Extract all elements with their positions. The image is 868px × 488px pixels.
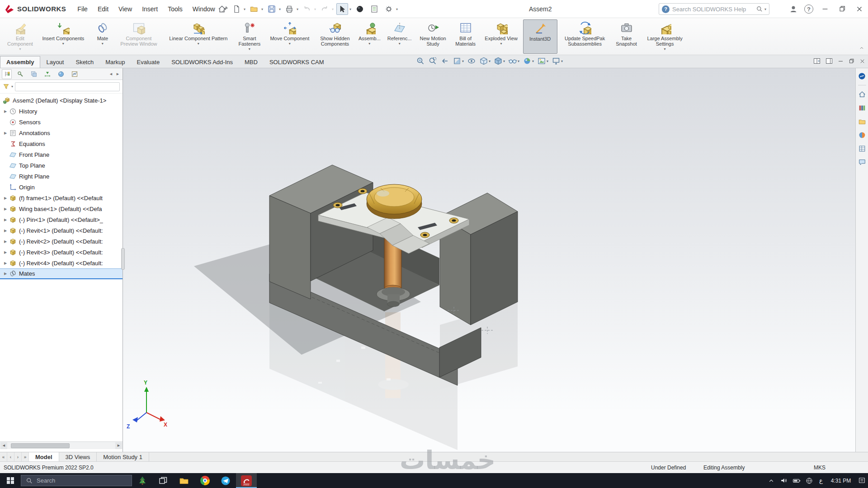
expand-arrow-icon[interactable]: ▶	[2, 109, 9, 113]
expand-arrow-icon[interactable]: ▶	[2, 261, 9, 265]
expand-arrow-icon[interactable]: ▶	[2, 196, 9, 200]
battery-icon[interactable]	[790, 473, 803, 488]
custom-properties-icon[interactable]	[858, 158, 867, 167]
expand-arrow-icon[interactable]: ▶	[2, 207, 9, 211]
view-palette-icon[interactable]	[858, 131, 867, 140]
panel-splitter-handle[interactable]	[121, 248, 125, 270]
tab-evaluate[interactable]: Evaluate	[131, 56, 166, 68]
volume-icon[interactable]	[778, 473, 790, 488]
tab-motion-study-1[interactable]: Motion Study 1	[97, 452, 149, 461]
tree-item-origin[interactable]: Origin	[0, 182, 123, 192]
cam-feature-tree-tab-icon[interactable]	[70, 69, 80, 79]
dropdown-caret-icon[interactable]: ▾	[399, 42, 401, 46]
tree-item-equations[interactable]: Equations	[0, 138, 123, 149]
tree-item-history[interactable]: ▶ History	[0, 106, 123, 117]
menu-edit[interactable]: Edit	[94, 4, 113, 14]
component-preview-window-button[interactable]: ComponentPreview Window	[116, 19, 162, 54]
tab-solidworks-addins[interactable]: SOLIDWORKS Add-Ins	[165, 56, 239, 68]
edit-component-button[interactable]: EditComponent▾	[5, 19, 36, 54]
menu-file[interactable]: File	[73, 4, 92, 14]
expand-arrow-icon[interactable]: ▶	[2, 239, 9, 244]
expand-arrow-icon[interactable]: ▶	[2, 272, 9, 276]
new-motion-study-button[interactable]: New MotionStudy	[416, 19, 450, 54]
task-view-icon[interactable]	[153, 473, 174, 488]
language-indicator[interactable]: ع	[816, 477, 826, 484]
edit-appearance-icon[interactable]: ▾	[523, 56, 534, 66]
show-hidden-components-button[interactable]: Show HiddenComponents	[316, 19, 354, 54]
undo-icon[interactable]	[301, 3, 313, 15]
next-tab-icon[interactable]: ›	[14, 452, 22, 461]
open-document-icon[interactable]	[248, 3, 260, 15]
configurationmanager-tab-icon[interactable]	[29, 69, 39, 79]
bill-of-materials-button[interactable]: Bill ofMaterials	[452, 19, 480, 54]
menu-view[interactable]: View	[114, 4, 136, 14]
network-globe-icon[interactable]	[803, 473, 816, 488]
action-center-icon[interactable]	[855, 473, 868, 488]
expand-arrow-icon[interactable]: ▶	[2, 131, 9, 135]
scrollbar-thumb[interactable]	[11, 443, 70, 448]
dropdown-caret-icon[interactable]: ▾	[249, 47, 250, 51]
dropdown-caret-icon[interactable]: ▾	[198, 42, 199, 46]
split-pane-icon[interactable]	[813, 57, 821, 65]
menu-tools[interactable]: Tools	[164, 4, 187, 14]
print-icon[interactable]	[283, 3, 295, 15]
menu-window[interactable]: Window	[189, 4, 219, 14]
menu-insert[interactable]: Insert	[138, 4, 162, 14]
appearance-sphere-icon[interactable]	[354, 3, 366, 15]
tree-item-wing-base[interactable]: ▶ Wing base<1> (Default) <<Defa	[0, 203, 123, 214]
section-view-icon[interactable]: ▾	[453, 56, 464, 66]
account-icon[interactable]	[786, 0, 801, 18]
assembly-features-button[interactable]: Assemb...▾	[356, 19, 383, 54]
dimxpertmanager-tab-icon[interactable]	[42, 69, 52, 79]
dropdown-caret-icon[interactable]: ▾	[664, 47, 666, 51]
help-search-box[interactable]: ? ▾	[659, 3, 769, 15]
manager-tabs-scroll-left-icon[interactable]: ◀	[108, 72, 114, 76]
tab-layout[interactable]: Layout	[40, 56, 70, 68]
scroll-right-icon[interactable]: ▶	[115, 442, 122, 449]
file-explorer-icon[interactable]	[174, 473, 194, 488]
dropdown-caret-icon[interactable]: ▾	[102, 42, 104, 46]
file-explorer-pane-icon[interactable]	[858, 117, 867, 126]
move-component-button[interactable]: Move Component▾	[265, 19, 314, 54]
linear-component-pattern-button[interactable]: Linear Component Pattern▾	[163, 19, 234, 54]
large-assembly-settings-button[interactable]: Large AssemblySettings▾	[642, 19, 688, 54]
filter-funnel-icon[interactable]	[3, 83, 9, 90]
take-snapshot-button[interactable]: TakeSnapshot	[613, 19, 641, 54]
design-library-icon[interactable]	[858, 103, 867, 113]
home-pane-icon[interactable]	[858, 90, 867, 99]
tree-item-pin[interactable]: ▶ (-) Pin<1> (Default) <<Default>_	[0, 214, 123, 225]
tab-sketch[interactable]: Sketch	[70, 56, 99, 68]
appearances-scenes-icon[interactable]	[858, 144, 867, 153]
close-document-icon[interactable]	[859, 58, 866, 65]
propertymanager-tab-icon[interactable]	[15, 69, 25, 79]
tree-root-item[interactable]: Assem2 (Default) <Display State-1>	[0, 95, 123, 106]
units-selector[interactable]: MKS	[814, 462, 826, 474]
help-icon[interactable]: ?	[801, 0, 816, 18]
display-style-icon[interactable]: ▾	[494, 56, 505, 66]
clock[interactable]: 4:31 PM	[826, 478, 855, 484]
tab-markup[interactable]: Markup	[99, 56, 131, 68]
tree-item-mates[interactable]: ▶ Mates	[0, 268, 123, 279]
tree-item-revit1[interactable]: ▶ (-) Revit<1> (Default) <<Default:	[0, 225, 123, 236]
restore-document-icon[interactable]	[848, 58, 855, 65]
tree-item-top-plane[interactable]: Top Plane	[0, 160, 123, 171]
new-document-icon[interactable]	[231, 3, 242, 15]
tree-item-right-plane[interactable]: Right Plane	[0, 171, 123, 182]
options-caret-icon[interactable]: ▾	[396, 7, 398, 11]
scroll-left-icon[interactable]: ◀	[0, 442, 7, 449]
panel-horizontal-scrollbar[interactable]: ◀ ▶	[0, 441, 123, 449]
graphics-viewport[interactable]: Y X Z	[123, 68, 855, 452]
tree-item-sensors[interactable]: Sensors	[0, 117, 123, 127]
tree-item-frame[interactable]: ▶ (f) frame<1> (Default) <<Default	[0, 192, 123, 203]
solidworks-taskbar-icon[interactable]: 2022	[236, 473, 257, 488]
update-speedpak-button[interactable]: Update SpeedPakSubassemblies	[559, 19, 611, 54]
close-window-icon[interactable]	[851, 0, 868, 18]
help-search-caret-icon[interactable]: ▾	[764, 7, 766, 11]
hide-show-items-icon[interactable]: ▾	[508, 56, 519, 66]
chrome-icon[interactable]	[194, 473, 215, 488]
minimize-document-icon[interactable]	[837, 58, 844, 65]
zoom-to-area-icon[interactable]	[428, 56, 437, 66]
tree-item-annotations[interactable]: ▶ Annotations	[0, 127, 123, 138]
dropdown-caret-icon[interactable]: ▾	[289, 42, 291, 46]
minimize-window-icon[interactable]	[816, 0, 834, 18]
